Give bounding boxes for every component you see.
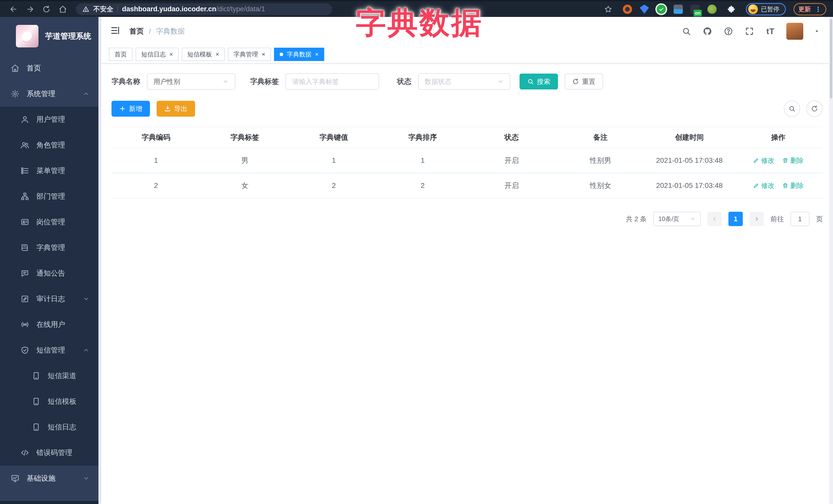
profile-paused-badge[interactable]: 已暂停 (746, 3, 786, 16)
tab-close-icon[interactable]: × (262, 51, 265, 57)
delete-link[interactable]: 删除 (782, 156, 804, 165)
browser-update-button[interactable]: 更新 (793, 3, 826, 16)
sidebar-menu-item[interactable]: 在线用户 (0, 312, 101, 337)
sidebar-item-label: 部门管理 (37, 192, 65, 201)
bookmark-star-icon[interactable] (601, 2, 615, 16)
table-header-cell: 字典编码 (112, 127, 200, 148)
goto-page-input[interactable]: 1 (790, 212, 809, 226)
scrollbar-thumb[interactable] (830, 19, 832, 98)
sidebar-menu-item[interactable]: 首页 (0, 55, 101, 81)
table-row[interactable]: 1 男 1 1 开启 性别男 2021-01-05 17:03:48 (112, 148, 823, 173)
github-icon[interactable] (702, 26, 713, 37)
extension-leaf-icon[interactable] (708, 5, 717, 14)
total-count: 共 2 条 (626, 215, 647, 223)
table-row[interactable]: 2 女 2 2 开启 性别女 2021-01-05 17:03:48 (112, 173, 823, 198)
edit-pencil-icon (753, 158, 759, 164)
fullscreen-icon[interactable] (744, 26, 755, 37)
sidebar-menu-item[interactable]: 审计日志 (0, 286, 101, 312)
tab-label: 短信日志 (141, 50, 166, 58)
view-tab[interactable]: 首页 × (109, 48, 133, 61)
sidebar-menu-item[interactable]: 角色管理 (0, 132, 101, 158)
view-tab[interactable]: 短信日志 × (136, 48, 178, 61)
table-body: 1 男 1 1 开启 性别男 2021-01-05 17:03:48 (112, 148, 823, 198)
sidebar-menu-item[interactable]: 短信管理 (0, 337, 101, 363)
tab-close-icon[interactable]: × (315, 51, 318, 57)
sidebar-scrollbar[interactable] (98, 17, 101, 504)
extensions-puzzle-icon[interactable] (724, 2, 738, 16)
current-page-button[interactable]: 1 (729, 212, 743, 226)
user-avatar[interactable] (786, 23, 803, 40)
delete-link[interactable]: 删除 (782, 181, 804, 190)
top-header: 首页 / 字典数据 tT (101, 17, 833, 46)
phone-icon (32, 371, 41, 380)
gear-icon (11, 90, 20, 98)
code-icon (21, 448, 29, 457)
extension-dark-on-icon[interactable]: on (690, 5, 700, 14)
extension-green-check-icon[interactable] (657, 5, 666, 14)
dict-name-select[interactable]: 用户性别 (147, 73, 235, 90)
search-button[interactable]: 搜索 (520, 74, 558, 90)
sidebar-item-label: 用户管理 (37, 115, 65, 124)
sidebar-menu-item[interactable]: 部门管理 (0, 184, 101, 209)
cell-label: 男 (200, 148, 289, 173)
sidebar-menu-item[interactable]: 短信日志 (0, 414, 101, 440)
dict-label-input[interactable]: 请输入字典标签 (286, 73, 379, 90)
export-button[interactable]: 导出 (157, 101, 195, 117)
browser-reload-icon[interactable] (40, 2, 53, 16)
view-tab[interactable]: 字典数据 × (274, 48, 324, 61)
font-size-icon[interactable]: tT (765, 26, 776, 37)
table-header-cell: 状态 (467, 127, 556, 148)
browser-forward-icon[interactable] (23, 2, 37, 16)
view-tab[interactable]: 短信模板 × (182, 48, 225, 61)
view-tab[interactable]: 字典管理 × (228, 48, 271, 61)
sidebar-menu-item[interactable]: 错误码管理 (0, 440, 101, 465)
sidebar-item-label: 短信模板 (48, 397, 76, 406)
avatar-caret-down-icon[interactable] (814, 28, 820, 34)
toggle-search-button[interactable] (784, 100, 800, 117)
tab-close-icon[interactable]: × (216, 51, 219, 57)
browser-back-icon[interactable] (7, 2, 21, 16)
status-select[interactable]: 数据状态 (418, 73, 510, 90)
help-icon[interactable] (723, 26, 734, 37)
logo-image (16, 25, 39, 47)
edit-link[interactable]: 修改 (753, 181, 775, 190)
sidebar-menu-item[interactable]: 系统管理 (0, 81, 101, 106)
add-button[interactable]: 新增 (112, 101, 150, 117)
sidebar-menu-item[interactable]: 字典管理 (0, 235, 101, 261)
page-scrollbar[interactable] (829, 17, 833, 504)
tab-close-icon[interactable]: × (169, 51, 173, 57)
table-header-cell: 创建时间 (645, 127, 734, 148)
refresh-table-button[interactable] (806, 100, 823, 117)
profile-avatar-emoji (748, 4, 758, 14)
table-toolbar: 新增 导出 (112, 100, 823, 117)
next-page-button[interactable] (749, 212, 764, 226)
dict-label-label: 字典标签 (250, 77, 279, 87)
dict-name-label: 字典名称 (112, 77, 140, 87)
address-bar[interactable]: 不安全 dashboard.yudao.iocoder.cn/dict/type… (76, 3, 332, 15)
cell-remark: 性别女 (556, 173, 645, 198)
sidebar-menu-item[interactable]: 基础设施 (0, 465, 101, 491)
page-size-select[interactable]: 10条/页 (653, 212, 701, 226)
browser-home-icon[interactable] (56, 2, 70, 16)
sidebar-logo[interactable]: 芋道管理系统 (0, 17, 101, 55)
sidebar-menu-item[interactable]: 岗位管理 (0, 209, 101, 235)
prev-page-button[interactable] (708, 212, 722, 226)
breadcrumb-home[interactable]: 首页 (129, 26, 144, 36)
browser-chrome: 不安全 dashboard.yudao.iocoder.cn/dict/type… (0, 0, 833, 17)
extension-gem-icon[interactable] (640, 5, 649, 14)
sidebar-menu-item[interactable]: 菜单管理 (0, 158, 101, 184)
browser-menu-dots-icon[interactable] (815, 6, 822, 13)
sidebar-toggle-icon[interactable] (111, 26, 122, 37)
users-icon (21, 141, 29, 149)
sidebar-menu-item[interactable]: 通知公告 (0, 261, 101, 286)
sidebar-menu-item[interactable]: 用户管理 (0, 106, 101, 132)
sidebar-menu-item[interactable]: 短信模板 (0, 389, 101, 414)
extension-orange-icon[interactable] (623, 5, 632, 14)
edit-pencil-icon (753, 183, 759, 189)
sidebar-menu-item[interactable]: 短信渠道 (0, 363, 101, 389)
reset-button[interactable]: 重置 (565, 74, 603, 90)
edit-link[interactable]: 修改 (753, 156, 775, 165)
extension-toggles-icon[interactable] (673, 5, 683, 14)
header-search-icon[interactable] (681, 26, 691, 37)
online-icon (21, 320, 29, 329)
